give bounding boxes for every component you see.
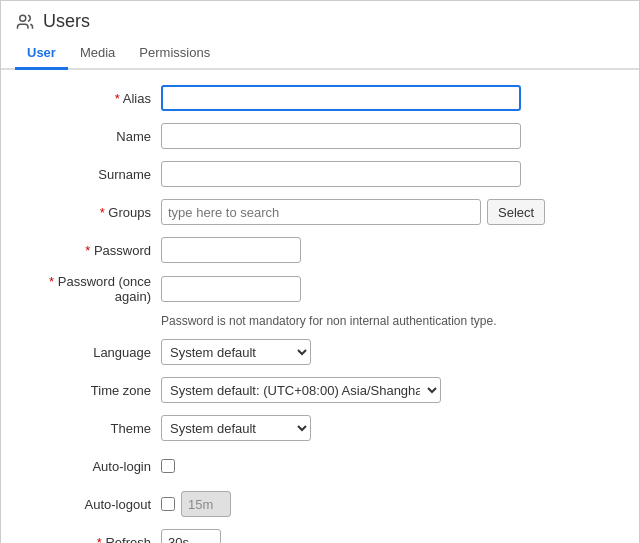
language-label: Language	[21, 345, 161, 360]
tab-media[interactable]: Media	[68, 38, 127, 70]
theme-select[interactable]: System default	[161, 415, 311, 441]
tabs-container: User Media Permissions	[1, 38, 639, 70]
surname-row: Surname	[21, 160, 619, 188]
refresh-row: * Refresh	[21, 528, 619, 543]
groups-input[interactable]	[161, 199, 481, 225]
alias-row: * Alias	[21, 84, 619, 112]
tab-permissions[interactable]: Permissions	[127, 38, 222, 70]
alias-label: * Alias	[21, 91, 161, 106]
svg-point-0	[20, 15, 26, 21]
groups-label: * Groups	[21, 205, 161, 220]
password-row: * Password	[21, 236, 619, 264]
users-icon	[15, 12, 35, 32]
password-label: * Password	[21, 243, 161, 258]
password-once-row: * Password (once again)	[21, 274, 619, 304]
password-once-label: * Password (once again)	[21, 274, 161, 304]
surname-label: Surname	[21, 167, 161, 182]
password-input[interactable]	[161, 237, 301, 263]
timezone-label: Time zone	[21, 383, 161, 398]
password-once-required-star: *	[49, 274, 54, 289]
groups-row: * Groups Select	[21, 198, 619, 226]
language-select[interactable]: System default English (en)	[161, 339, 311, 365]
page-header: Users	[1, 1, 639, 32]
refresh-label: * Refresh	[21, 535, 161, 544]
name-input[interactable]	[161, 123, 521, 149]
theme-row: Theme System default	[21, 414, 619, 442]
autologin-row: Auto-login	[21, 452, 619, 480]
alias-required-star: *	[115, 91, 120, 106]
alias-input[interactable]	[161, 85, 521, 111]
autologout-label: Auto-logout	[21, 497, 161, 512]
tab-user[interactable]: User	[15, 38, 68, 70]
language-row: Language System default English (en)	[21, 338, 619, 366]
groups-select-button[interactable]: Select	[487, 199, 545, 225]
password-once-input[interactable]	[161, 276, 301, 302]
autologout-checkbox[interactable]	[161, 497, 175, 511]
page-wrapper: Users User Media Permissions * Alias Nam…	[0, 0, 640, 543]
page-title: Users	[43, 11, 90, 32]
password-hint: Password is not mandatory for non intern…	[161, 314, 619, 328]
timezone-select[interactable]: System default: (UTC+08:00) Asia/Shangha…	[161, 377, 441, 403]
groups-required-star: *	[100, 205, 105, 220]
surname-input[interactable]	[161, 161, 521, 187]
autologout-group	[161, 491, 231, 517]
autologin-checkbox[interactable]	[161, 459, 175, 473]
name-row: Name	[21, 122, 619, 150]
password-required-star: *	[85, 243, 90, 258]
form-container: * Alias Name Surname * Groups Select	[1, 70, 639, 543]
refresh-input[interactable]	[161, 529, 221, 543]
name-label: Name	[21, 129, 161, 144]
timezone-row: Time zone System default: (UTC+08:00) As…	[21, 376, 619, 404]
autologout-input[interactable]	[181, 491, 231, 517]
theme-label: Theme	[21, 421, 161, 436]
refresh-required-star: *	[97, 535, 102, 544]
autologout-row: Auto-logout	[21, 490, 619, 518]
autologin-label: Auto-login	[21, 459, 161, 474]
